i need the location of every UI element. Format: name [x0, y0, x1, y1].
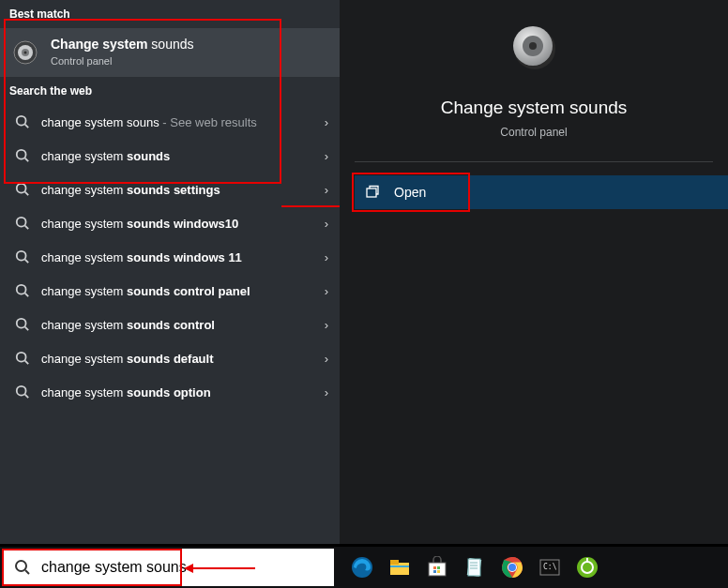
web-result-item[interactable]: change system sounds control panel›	[0, 274, 340, 308]
svg-point-20	[17, 386, 26, 396]
chevron-right-icon: ›	[325, 149, 328, 163]
file-explorer-icon[interactable]	[387, 554, 413, 580]
best-match-header: Best match	[0, 0, 340, 28]
search-icon	[13, 214, 32, 233]
svg-rect-36	[390, 565, 409, 567]
svg-line-11	[25, 226, 29, 230]
edge-icon[interactable]	[349, 554, 375, 580]
svg-point-14	[17, 285, 26, 294]
svg-rect-35	[390, 560, 399, 565]
search-icon	[13, 180, 32, 199]
svg-line-19	[25, 361, 29, 365]
svg-point-6	[17, 150, 26, 159]
svg-line-5	[25, 125, 29, 128]
search-web-header: Search the web	[0, 77, 340, 105]
search-icon	[13, 315, 32, 334]
svg-point-8	[17, 184, 26, 193]
svg-line-9	[25, 192, 29, 196]
chevron-right-icon: ›	[325, 352, 328, 366]
open-icon	[364, 184, 381, 201]
web-result-item[interactable]: change system sounds control›	[0, 308, 340, 341]
chevron-right-icon: ›	[325, 183, 328, 197]
svg-point-29	[16, 561, 26, 571]
web-result-text: change system sounds default	[41, 352, 214, 366]
svg-point-12	[17, 251, 26, 261]
svg-line-30	[25, 570, 29, 574]
web-result-item[interactable]: change system souns - See web results›	[0, 105, 340, 139]
svg-point-16	[17, 319, 26, 328]
web-result-text: change system sounds option	[41, 385, 211, 400]
chevron-right-icon: ›	[325, 284, 328, 298]
search-icon	[13, 248, 32, 266]
search-box[interactable]	[4, 549, 334, 586]
svg-rect-41	[437, 570, 440, 573]
svg-rect-39	[437, 566, 440, 569]
web-result-item[interactable]: change system sounds›	[0, 139, 340, 173]
open-label: Open	[394, 185, 426, 200]
web-result-text: change system sounds windows10	[41, 217, 238, 231]
svg-rect-40	[433, 570, 436, 573]
chevron-right-icon: ›	[325, 115, 328, 129]
web-result-item[interactable]: change system sounds default›	[0, 341, 340, 375]
web-result-text: change system sounds control	[41, 318, 215, 332]
svg-rect-43	[468, 559, 480, 576]
taskbar: C:\	[340, 547, 600, 588]
search-results-panel: Best match Change system sounds Control …	[0, 0, 340, 544]
svg-text:C:\: C:\	[543, 563, 557, 571]
detail-panel: Change system sounds Control panel Open	[340, 0, 728, 544]
speaker-icon	[13, 40, 38, 65]
terminal-icon[interactable]: C:\	[537, 554, 563, 580]
web-result-text: change system souns - See web results	[41, 115, 257, 129]
web-results-list: change system souns - See web results›ch…	[0, 105, 340, 409]
store-icon[interactable]	[424, 554, 450, 580]
svg-line-15	[25, 294, 29, 297]
search-input[interactable]	[41, 559, 313, 576]
chevron-right-icon: ›	[325, 250, 328, 264]
svg-point-27	[529, 42, 537, 50]
svg-line-21	[25, 395, 29, 399]
web-result-text: change system sounds settings	[41, 183, 220, 197]
search-icon	[13, 383, 32, 401]
search-icon	[13, 146, 32, 165]
search-icon	[13, 349, 32, 368]
green-app-icon[interactable]	[574, 554, 600, 580]
chevron-right-icon: ›	[325, 217, 328, 231]
search-icon	[13, 113, 32, 131]
search-icon	[13, 558, 32, 577]
speaker-large-icon	[508, 60, 560, 76]
open-button[interactable]: Open	[355, 175, 728, 209]
web-result-item[interactable]: change system sounds option›	[0, 375, 340, 409]
best-match-item[interactable]: Change system sounds Control panel	[0, 28, 340, 77]
chevron-right-icon: ›	[325, 385, 328, 400]
svg-rect-54	[586, 558, 588, 563]
web-result-text: change system sounds control panel	[41, 284, 250, 298]
svg-line-17	[25, 327, 29, 331]
web-result-text: change system sounds windows 11	[41, 250, 242, 264]
detail-subtitle: Control panel	[340, 126, 728, 139]
divider	[355, 161, 713, 162]
svg-point-18	[17, 353, 26, 362]
web-result-item[interactable]: change system sounds settings›	[0, 173, 340, 206]
notepad-icon[interactable]	[462, 554, 488, 580]
detail-header: Change system sounds Control panel	[340, 0, 728, 139]
svg-line-7	[25, 158, 29, 162]
svg-line-13	[25, 260, 29, 264]
web-result-text: change system sounds	[41, 149, 170, 163]
chevron-right-icon: ›	[325, 318, 328, 332]
svg-rect-38	[433, 566, 436, 569]
svg-point-49	[508, 564, 516, 571]
search-icon	[13, 281, 32, 300]
web-result-item[interactable]: change system sounds windows 11›	[0, 240, 340, 274]
web-result-item[interactable]: change system sounds windows10›	[0, 206, 340, 240]
best-match-text: Change system sounds Control panel	[51, 37, 194, 68]
svg-rect-28	[367, 188, 376, 197]
svg-point-3	[24, 52, 27, 54]
detail-title: Change system sounds	[340, 98, 728, 118]
svg-point-4	[17, 116, 26, 126]
chrome-icon[interactable]	[499, 554, 525, 580]
svg-point-10	[17, 218, 26, 227]
